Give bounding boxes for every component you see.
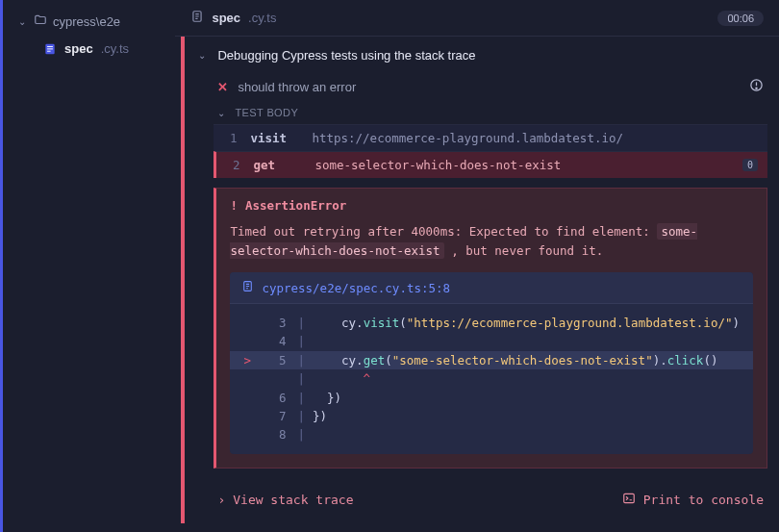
code-line: >5| cy.get("some-selector-which-does-not… — [230, 351, 753, 369]
command-log: 1visithttps://ecommerce-playground.lambd… — [214, 124, 767, 178]
error-message: Timed out retrying after 4000ms: Expecte… — [230, 222, 753, 261]
view-stack-trace-button[interactable]: › View stack trace — [217, 493, 353, 507]
svg-rect-2 — [47, 48, 53, 49]
file-name: spec — [64, 41, 93, 56]
command-name: get — [253, 158, 301, 172]
svg-rect-1 — [47, 46, 53, 47]
error-panel: ! AssertionError Timed out retrying afte… — [214, 188, 767, 469]
svg-rect-3 — [47, 50, 51, 51]
tab-ext: .cy.ts — [248, 11, 276, 25]
error-name: AssertionError — [245, 198, 346, 213]
code-line: | ^ — [230, 369, 753, 388]
chevron-down-icon: ⌄ — [217, 108, 227, 118]
command-number: 2 — [226, 158, 239, 172]
suite-title-row[interactable]: ⌄ Debugging Cypress tests using the stac… — [185, 37, 779, 72]
error-indicator-icon — [749, 78, 764, 95]
terminal-icon — [622, 492, 636, 508]
file-icon — [241, 280, 254, 295]
error-footer: › View stack trace Print to console — [214, 482, 767, 512]
code-line: 3| cy.visit("https://ecommerce-playgroun… — [230, 314, 753, 332]
bang-icon: ! — [230, 198, 238, 213]
code-body: 3| cy.visit("https://ecommerce-playgroun… — [230, 304, 753, 454]
svg-point-6 — [756, 88, 757, 89]
error-title: ! AssertionError — [230, 198, 753, 213]
main-panel: spec.cy.ts 00:06 ⌄ Debugging Cypress tes… — [175, 0, 779, 532]
command-args: some-selector-which-does-not-exist — [314, 158, 561, 172]
chevron-right-icon: › — [217, 493, 225, 507]
command-number: 1 — [223, 131, 237, 145]
folder-icon — [34, 13, 47, 30]
code-frame-location: cypress/e2e/spec.cy.ts:5:8 — [262, 281, 450, 295]
file-icon — [43, 42, 57, 56]
fail-icon: ✕ — [217, 80, 228, 94]
folder-label: cypress\e2e — [53, 14, 120, 29]
test-timer: 00:06 — [717, 11, 764, 26]
file-row-spec[interactable]: spec.cy.ts — [3, 36, 175, 62]
spec-sidebar: ⌄ cypress\e2e spec.cy.ts — [0, 0, 175, 532]
command-name: visit — [250, 131, 298, 145]
tab-bar: spec.cy.ts 00:06 — [175, 0, 779, 37]
code-line: 4| — [230, 332, 753, 350]
test-runner: ⌄ Debugging Cypress tests using the stac… — [175, 37, 779, 532]
chevron-down-icon: ⌄ — [18, 16, 28, 27]
file-icon — [190, 10, 204, 26]
suite-title: Debugging Cypress tests using the stack … — [217, 48, 475, 63]
tab-name: spec — [212, 11, 240, 25]
code-frame: cypress/e2e/spec.cy.ts:5:8 3| cy.visit("… — [230, 272, 753, 454]
print-to-console-button[interactable]: Print to console — [622, 492, 764, 508]
chevron-down-icon: ⌄ — [198, 50, 208, 61]
test-body-label-row[interactable]: ⌄ TEST BODY — [185, 103, 779, 124]
code-line: 8| — [230, 425, 753, 443]
command-args: https://ecommerce-playground.lambdatest.… — [312, 131, 623, 145]
test-row[interactable]: ✕ should throw an error — [185, 72, 779, 103]
command-badge: 0 — [742, 159, 758, 171]
command-row[interactable]: 2getsome-selector-which-does-not-exist0 — [214, 151, 767, 178]
code-frame-header[interactable]: cypress/e2e/spec.cy.ts:5:8 — [230, 272, 753, 304]
code-line: 7|}) — [230, 407, 753, 425]
command-row[interactable]: 1visithttps://ecommerce-playground.lambd… — [214, 124, 767, 151]
tab-spec[interactable]: spec.cy.ts — [190, 10, 276, 26]
file-ext: .cy.ts — [101, 41, 129, 56]
folder-row[interactable]: ⌄ cypress\e2e — [3, 8, 175, 36]
code-line: 6| }) — [230, 389, 753, 407]
test-title: should throw an error — [238, 80, 356, 94]
svg-rect-8 — [624, 494, 635, 502]
test-body-label: TEST BODY — [235, 107, 298, 118]
